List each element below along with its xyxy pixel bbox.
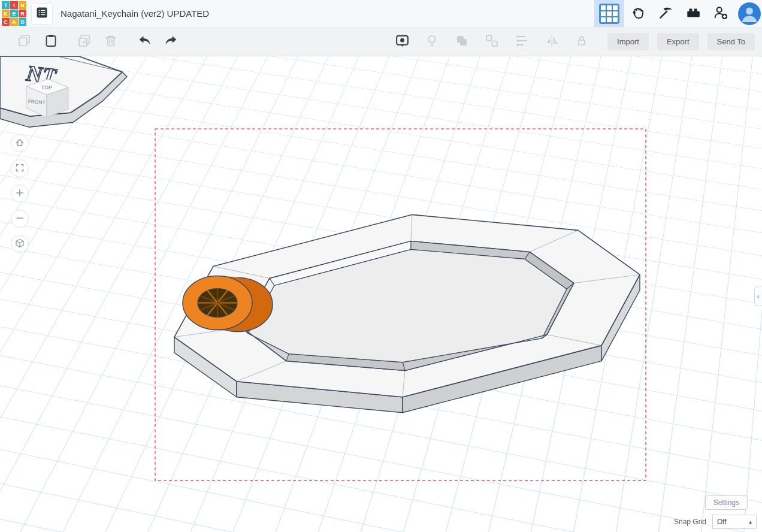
fit-view-icon: [15, 163, 25, 174]
logo-tile: E: [10, 10, 18, 17]
logo-tile: K: [2, 10, 10, 17]
snap-grid-value: Off: [717, 518, 727, 526]
snap-grid-label: Snap Grid: [674, 518, 706, 526]
toolbar-center-icons: [380, 34, 589, 50]
ungroup-button[interactable]: [484, 34, 500, 50]
zoom-in-button[interactable]: [11, 185, 29, 202]
import-button[interactable]: Import: [607, 33, 649, 50]
brick-icon: [685, 5, 701, 22]
3d-viewport[interactable]: NT: [0, 56, 762, 532]
blocks-mode-button[interactable]: [652, 0, 679, 27]
align-icon: [515, 34, 529, 50]
app-header: T I N K E R C A D Nagatani_Keychain (ver…: [0, 0, 762, 28]
group-icon: [455, 34, 469, 50]
dropdown-arrow-icon: ▴: [749, 519, 752, 525]
viewcube-top-label[interactable]: TOP: [41, 84, 52, 90]
plus-icon: [15, 188, 25, 200]
lock-button[interactable]: [574, 34, 589, 50]
scene-layer: NT: [0, 56, 762, 532]
logo-tile: T: [2, 1, 10, 9]
logo-tile: N: [19, 1, 26, 9]
logo-tile: A: [10, 18, 18, 26]
paste-icon: [44, 34, 58, 50]
delete-button[interactable]: [103, 34, 119, 50]
redo-icon: [164, 34, 179, 50]
cube-icon: [15, 238, 25, 250]
lightbulb-icon: [425, 34, 439, 50]
trash-icon: [104, 34, 118, 50]
copy-button[interactable]: [17, 34, 32, 50]
undo-button[interactable]: [137, 34, 152, 50]
hand-tool-button[interactable]: [624, 0, 652, 27]
duplicate-icon: [77, 34, 92, 50]
group-button[interactable]: [454, 34, 470, 50]
undo-icon: [137, 34, 152, 50]
logo-tile: R: [19, 10, 26, 17]
grid-settings-button[interactable]: Settings: [705, 495, 748, 510]
mirror-icon: [545, 34, 559, 50]
redo-button[interactable]: [163, 34, 179, 50]
view-cube[interactable]: TOP FRONT: [10, 65, 69, 125]
logo-tile: I: [10, 1, 18, 9]
tinkercad-app: T I N K E R C A D Nagatani_Keychain (ver…: [0, 0, 762, 532]
home-view-button[interactable]: [11, 134, 29, 152]
lock-icon: [574, 34, 589, 50]
logo-tile: D: [19, 18, 26, 26]
design-menu-button[interactable]: [32, 4, 52, 24]
pickaxe-icon: [658, 5, 673, 22]
panel-collapse-handle[interactable]: ‹: [754, 286, 762, 306]
perspective-toggle-button[interactable]: [11, 235, 29, 253]
torus-ring-object[interactable]: [183, 276, 273, 331]
snap-grid-dropdown[interactable]: Off ▴: [712, 515, 757, 529]
snap-grid-control: Snap Grid Off ▴: [674, 515, 757, 529]
grid-icon: [599, 4, 619, 24]
avatar[interactable]: [738, 2, 761, 25]
duplicate-button[interactable]: [77, 34, 92, 50]
header-right-icons: [594, 0, 762, 27]
export-button[interactable]: Export: [657, 33, 699, 50]
list-menu-icon: [36, 7, 48, 20]
copy-icon: [17, 34, 32, 50]
align-button[interactable]: [514, 34, 530, 50]
minus-icon: [15, 213, 25, 225]
logo-tile: C: [2, 18, 10, 26]
hide-selected-button[interactable]: [424, 34, 440, 50]
edit-toolbar: Import Export Send To: [0, 28, 762, 56]
tinkercad-logo[interactable]: T I N K E R C A D: [2, 1, 26, 26]
show-all-button[interactable]: [394, 34, 410, 50]
show-all-icon: [395, 34, 410, 50]
paste-button[interactable]: [43, 34, 59, 50]
hand-icon: [630, 5, 646, 22]
toolbar-action-buttons: Import Export Send To: [599, 33, 755, 50]
shapes-mode-button[interactable]: [594, 0, 624, 27]
invite-button[interactable]: [707, 0, 734, 27]
ungroup-icon: [485, 34, 499, 50]
home-icon: [15, 138, 25, 149]
bricks-mode-button[interactable]: [679, 0, 707, 27]
fit-view-button[interactable]: [11, 159, 29, 177]
mirror-button[interactable]: [544, 34, 560, 50]
person-add-icon: [712, 4, 729, 23]
design-title: Nagatani_Keychain (ver2) UPDATED: [61, 8, 209, 19]
zoom-out-button[interactable]: [11, 210, 29, 228]
send-to-button[interactable]: Send To: [707, 33, 755, 50]
view-controls: [11, 134, 29, 253]
